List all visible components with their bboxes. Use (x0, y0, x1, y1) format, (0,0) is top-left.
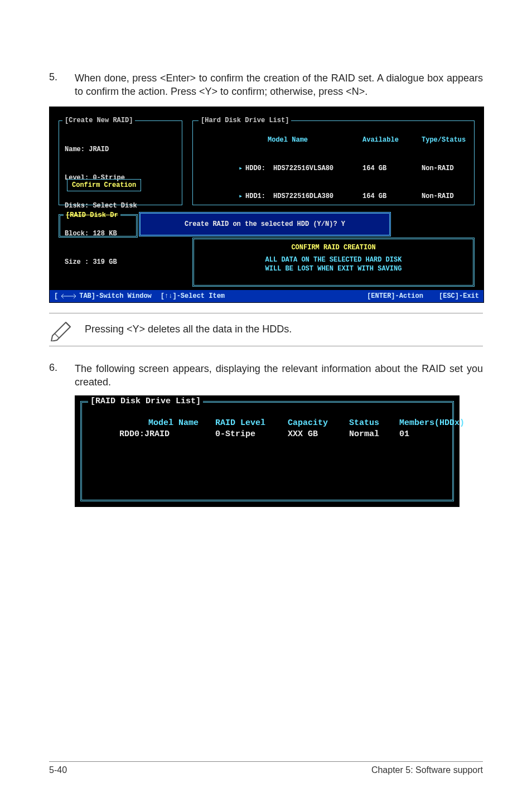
bios-screenshot-1: [Create New RAID] Name: JRAID Level: 0-S… (49, 107, 484, 303)
raid-disks: Disks: Select Disk (65, 201, 137, 211)
foot-esc: [ESC]-Exit (439, 292, 479, 300)
hdd1-avail: 164 GB (362, 192, 422, 201)
warning-line-1: ALL DATA ON THE SELECTED HARD DISK (194, 256, 473, 264)
hdd-list-title: [Hard Disk Drive List] (199, 117, 291, 124)
bios-footer-bar: [ TAB]-Switch Window [↑↓]-Select Item [E… (50, 290, 483, 302)
chapter-title: Chapter 5: Software support (371, 765, 483, 775)
hdd0-avail: 164 GB (362, 164, 422, 173)
raid-disk-drive-list-title: [RAID Disk Drive List] (88, 397, 203, 406)
svg-line-2 (55, 334, 59, 338)
row-members: 01 (399, 429, 409, 439)
raid-disk-dr-title: [RAID Disk Dr (64, 211, 120, 219)
create-new-raid-title: [Create New RAID] (62, 117, 135, 124)
svg-line-1 (66, 322, 70, 327)
foot-enter: [ENTER]-Action (367, 292, 423, 300)
step-number: 5. (49, 71, 75, 83)
hdd0-model: HDS722516VLSA80 (273, 164, 362, 173)
col-available: Available (362, 136, 422, 145)
hdd1-prefix: HDD1: (245, 192, 273, 201)
step-number: 6. (49, 362, 75, 374)
bios-screenshot-2: [RAID Disk Drive List] Model NameRAID Le… (75, 395, 460, 507)
raid-size: Size : 319 GB (65, 258, 137, 267)
step-text: The following screen appears, displaying… (75, 362, 483, 389)
raid-name: Name: JRAID (65, 145, 137, 154)
page-footer: 5-40 Chapter 5: Software support (49, 761, 483, 775)
col-model: Model Name (268, 136, 362, 145)
row-model: RDD0:JRAID (119, 429, 215, 439)
confirm-raid-creation-label: CONFIRM RAID CREATION (194, 244, 473, 252)
arrow-left-right-icon (60, 293, 77, 299)
confirm-dialog-text: Create RAID on the selected HDD (Y/N)? Y (185, 220, 345, 228)
step-5: 5. When done, press <Enter> to confirm t… (49, 71, 483, 99)
row-capacity: XXX GB (288, 429, 349, 439)
col-type: Type/Status (422, 136, 466, 144)
hdd0-type: Non-RAID (422, 165, 454, 172)
hdd0-prefix: HDD0: (245, 164, 273, 173)
page-number: 5-40 (49, 765, 67, 775)
foot-select: [↑↓]-Select Item (161, 292, 225, 300)
warning-line-2: WILL BE LOST WHEN EXIT WITH SAVING (194, 265, 473, 273)
step-6: 6. The following screen appears, display… (49, 362, 483, 389)
foot-tab: TAB]-Switch Window (79, 292, 152, 300)
hdd1-model: HDS722516DLA380 (273, 192, 362, 201)
row-status: Normal (349, 429, 399, 439)
row-level: 0-Stripe (215, 429, 288, 439)
note-callout: Pressing <Y> deletes all the data in the… (49, 313, 483, 346)
hdd1-type: Non-RAID (422, 192, 454, 200)
step-text: When done, press <Enter> to confirm the … (75, 71, 483, 99)
confirm-creation-highlight: Confirm Creation (67, 179, 141, 191)
note-pencil-icon (49, 318, 85, 341)
note-text: Pressing <Y> deletes all the data in the… (85, 323, 292, 335)
